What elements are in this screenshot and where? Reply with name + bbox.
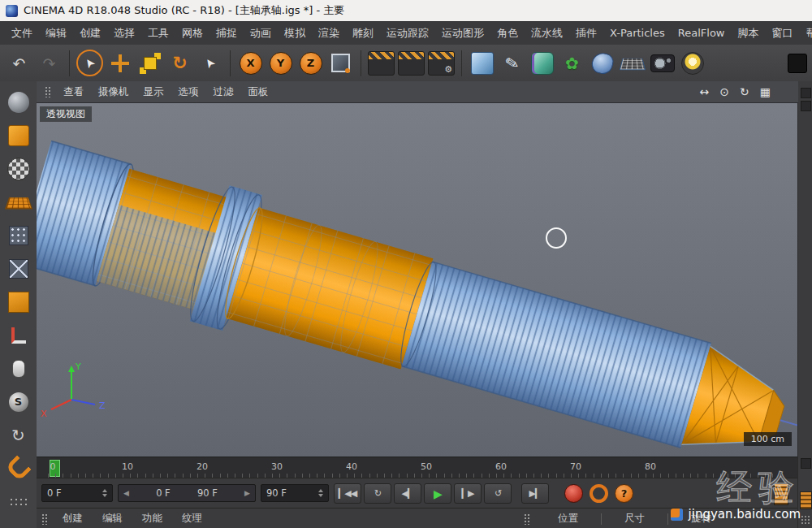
keyframe-selection-icon[interactable]	[774, 483, 788, 505]
floor-environment-button[interactable]	[618, 49, 646, 78]
bottom-menu-edit[interactable]: 编辑	[93, 512, 132, 526]
drag-grip-icon[interactable]	[45, 86, 52, 97]
end-frame-field[interactable]: 90 F	[261, 484, 329, 502]
spinner-arrows-icon[interactable]	[102, 487, 107, 500]
autokey-button[interactable]	[590, 484, 608, 503]
loop-button[interactable]: ↻	[364, 483, 391, 504]
bottom-menu-create[interactable]: 创建	[53, 512, 93, 526]
range-right-arrow-icon[interactable]: ▶	[244, 489, 250, 497]
previous-frame-button[interactable]: ◀▎	[394, 483, 421, 504]
panel-icon[interactable]	[801, 101, 811, 111]
vp-menu-panel[interactable]: 面板	[241, 85, 276, 99]
menu-item-motion-tracker[interactable]: 运动跟踪	[380, 26, 435, 41]
drag-grip-icon[interactable]	[524, 513, 531, 525]
zoom-view-icon[interactable]: ⊙	[719, 85, 729, 98]
menu-item-window[interactable]: 窗口	[765, 26, 799, 41]
menu-item-sculpt[interactable]: 雕刻	[346, 26, 380, 41]
menu-item-animate[interactable]: 动画	[244, 26, 278, 41]
lock-x-axis-button[interactable]: X	[236, 49, 265, 78]
menu-item-edit[interactable]: 编辑	[39, 26, 73, 41]
add-primitive-button[interactable]	[468, 49, 496, 78]
lock-z-axis-button[interactable]: Z	[296, 49, 325, 78]
menu-item-help[interactable]: 帮	[799, 26, 812, 41]
goto-start-button[interactable]: ▎◀◀	[334, 483, 361, 504]
menu-item-script[interactable]: 脚本	[731, 26, 765, 41]
pan-view-icon[interactable]: ↔	[700, 85, 710, 98]
spinner-arrows-icon[interactable]	[318, 487, 323, 500]
rotate-tool[interactable]: ↻	[166, 49, 194, 78]
goto-end-button[interactable]: ▶▎	[521, 483, 549, 504]
menu-item-render[interactable]: 渲染	[312, 26, 346, 41]
enable-axis-button[interactable]	[5, 322, 32, 348]
layout-preset-icon[interactable]	[788, 54, 807, 73]
scale-tool[interactable]	[136, 49, 164, 78]
camera-button[interactable]	[648, 49, 676, 78]
render-settings-button[interactable]: ⚙	[427, 49, 456, 78]
next-frame-button[interactable]: ▎▶	[454, 483, 482, 504]
current-frame-field[interactable]: 0 F	[41, 484, 113, 502]
menu-item-plugins[interactable]: 插件	[569, 26, 603, 41]
menu-item-realflow[interactable]: RealFlow	[672, 27, 732, 39]
keyframe-panel-icon[interactable]	[800, 491, 812, 509]
texture-mode-button[interactable]	[5, 155, 32, 182]
panel-icon[interactable]	[801, 88, 811, 98]
keyframe-help-button[interactable]: ?	[615, 484, 633, 503]
light-button[interactable]	[678, 49, 706, 78]
play-button[interactable]: ▶	[424, 483, 451, 504]
render-picture-viewer-button[interactable]	[397, 49, 425, 78]
coord-menu-rotation[interactable]: 旋转	[668, 512, 734, 526]
snap-magnet-button[interactable]	[5, 455, 32, 482]
vp-menu-options[interactable]: 选项	[171, 85, 206, 99]
record-keyframe-button[interactable]	[564, 484, 583, 503]
last-tool-used[interactable]: ➤	[196, 49, 224, 78]
bottom-menu-function[interactable]: 功能	[132, 512, 172, 526]
menu-item-pipeline[interactable]: 流水线	[525, 26, 569, 41]
bottom-menu-texture[interactable]: 纹理	[172, 512, 212, 526]
menu-item-snap[interactable]: 捕捉	[209, 26, 244, 41]
redo-icon[interactable]: ↷	[35, 49, 63, 78]
range-left-arrow-icon[interactable]: ◀	[123, 489, 129, 497]
edges-mode-button[interactable]	[5, 255, 32, 282]
rotate-snap-button[interactable]: ↻	[5, 422, 32, 448]
points-mode-button[interactable]	[5, 222, 32, 249]
timeline-ruler[interactable]: 0 10 20 30 40 50 60 70 80	[37, 457, 798, 478]
coordinate-system-button[interactable]	[326, 49, 355, 78]
deformer-button[interactable]	[588, 49, 616, 78]
menu-item-character[interactable]: 角色	[490, 26, 525, 41]
live-selection-tool[interactable]: ➤	[76, 49, 104, 78]
render-view-button[interactable]	[367, 49, 395, 78]
menu-item-file[interactable]: 文件	[5, 26, 39, 41]
menu-item-select[interactable]: 选择	[107, 26, 141, 41]
coord-menu-position[interactable]: 位置	[535, 512, 601, 526]
make-editable-button[interactable]	[5, 122, 32, 149]
scroll-arrow-icon[interactable]	[801, 458, 811, 469]
polygons-mode-button[interactable]	[5, 288, 32, 315]
vp-menu-view[interactable]: 查看	[56, 85, 91, 99]
perspective-viewport[interactable]: Y X Z 查看 摄像机 显示 选项 过滤 面板 ↔ ⊙ ↻ ▦ 透视视图 10…	[37, 81, 798, 457]
toggle-views-icon[interactable]: ▦	[760, 85, 771, 98]
frame-range-slider[interactable]: ◀ 0 F 90 F ▶	[118, 484, 256, 502]
move-tool[interactable]	[106, 49, 134, 78]
menu-item-xparticles[interactable]: X-Particles	[603, 27, 672, 39]
window-titlebar[interactable]: CINEMA 4D R18.048 Studio (RC - R18) - [主…	[0, 0, 812, 21]
undo-icon[interactable]: ↶	[5, 49, 33, 78]
menu-item-create[interactable]: 创建	[73, 26, 107, 41]
coord-menu-size[interactable]: 尺寸	[602, 512, 667, 526]
lock-y-axis-button[interactable]: Y	[266, 49, 295, 78]
workplane-mode-button[interactable]	[5, 188, 32, 215]
viewport-nav-mode-button[interactable]	[5, 89, 32, 115]
resize-grip-icon[interactable]	[801, 515, 810, 525]
menu-item-mograph[interactable]: 运动图形	[435, 26, 490, 41]
rotate-view-icon[interactable]: ↻	[740, 85, 749, 98]
drag-grip-icon[interactable]	[41, 513, 49, 525]
mograph-cloner-button[interactable]: ✿	[558, 49, 586, 78]
vp-menu-camera[interactable]: 摄像机	[91, 85, 136, 99]
vp-menu-filter[interactable]: 过滤	[206, 85, 241, 99]
play-mode-button[interactable]: ↺	[484, 483, 512, 504]
spline-pen-button[interactable]: ✎	[495, 45, 529, 80]
viewport-solo-button[interactable]	[5, 355, 32, 382]
simulation-button[interactable]: S	[5, 388, 32, 415]
vp-menu-display[interactable]: 显示	[136, 85, 171, 99]
menu-item-mesh[interactable]: 网格	[175, 26, 209, 41]
menu-item-simulate[interactable]: 模拟	[278, 26, 312, 41]
